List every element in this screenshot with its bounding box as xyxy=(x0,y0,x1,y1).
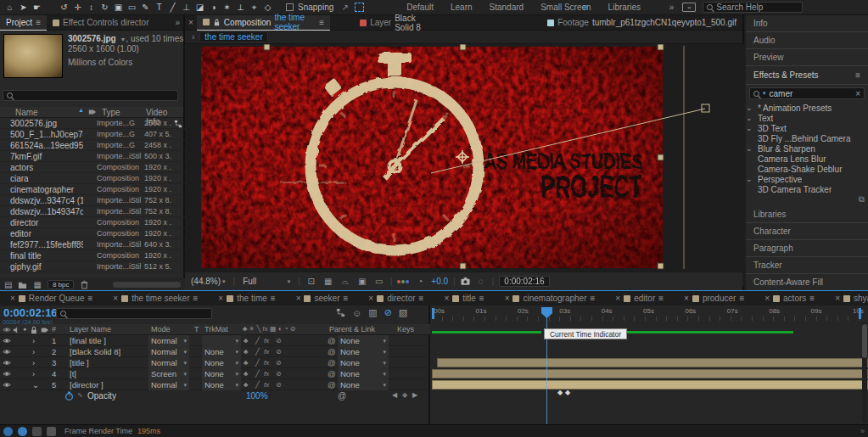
effect-label[interactable]: Camera Lens Blur xyxy=(758,154,826,164)
selection-tool[interactable]: ➤ xyxy=(17,2,30,14)
timeline-track-area[interactable]: :00s01s02s03s04s05s06s07s08s09s10s Curre… xyxy=(432,305,868,424)
new-animation-preset-icon[interactable]: ⧉ xyxy=(859,194,865,204)
collapsed-panel-tab[interactable]: Audio xyxy=(746,32,868,49)
panel-menu-icon[interactable]: ≡ xyxy=(479,294,484,303)
layer-bar-title[interactable] xyxy=(437,358,868,367)
project-row[interactable]: cinematographer Composition 1920 x . xyxy=(0,184,185,195)
motion-blur-icon[interactable]: ⊘ xyxy=(384,307,392,318)
item-name[interactable]: ddswzjv...9347c4 (1).gif xyxy=(10,196,83,205)
effect-label[interactable]: Blur & Sharpen xyxy=(758,144,815,154)
pan-camera-tool[interactable]: ✛ xyxy=(71,2,84,14)
property-label[interactable]: Opacity xyxy=(87,391,116,401)
motion-blur-switch[interactable]: ⊘ xyxy=(276,335,282,346)
used-in-flowchart-icon[interactable] xyxy=(174,120,182,128)
panel-menu-icon[interactable]: ≡ xyxy=(343,294,348,303)
project-row[interactable]: fef2977...15feebff891.gif Importe...iSti… xyxy=(0,239,185,250)
quality-switch[interactable]: ♣ xyxy=(244,357,248,368)
quality-switch[interactable]: ♣ xyxy=(244,346,248,357)
expand-tools-icon[interactable]: ↗ xyxy=(339,2,351,14)
preview-region-icon[interactable]: ▭ xyxy=(373,277,385,286)
column-trkmat[interactable]: TrkMat xyxy=(204,325,228,333)
label-square[interactable] xyxy=(87,197,93,204)
status-expand-icon[interactable]: » xyxy=(860,427,865,435)
time-ruler[interactable]: :00s01s02s03s04s05s06s07s08s09s10s xyxy=(432,307,864,321)
status-icon-3[interactable] xyxy=(32,427,42,436)
dolly-camera-tool[interactable]: ↕ xyxy=(85,2,98,14)
effects-tree-row[interactable]: ⌄ Blur & Sharpen xyxy=(746,143,868,154)
motion-blur-switch[interactable]: ⊘ xyxy=(276,368,282,379)
twirl-icon[interactable]: ⌄ xyxy=(746,144,753,153)
frame-blending-icon[interactable]: ▥ xyxy=(368,307,377,318)
label-column-icon[interactable] xyxy=(88,108,97,116)
hide-shy-layers-icon[interactable]: ☺ xyxy=(352,308,361,318)
project-row[interactable]: 3002576.jpg Importe...G 2560 x . xyxy=(0,118,185,129)
quality-sampling-switch[interactable]: ╱ xyxy=(255,379,260,390)
timeline-tab[interactable]: × Render Queue ≡ xyxy=(0,291,103,306)
close-tab-icon[interactable]: × xyxy=(113,294,118,303)
column-type[interactable]: Type xyxy=(102,108,120,117)
item-name[interactable]: ciara xyxy=(10,174,83,183)
label-square[interactable] xyxy=(87,142,93,148)
effect-label[interactable]: 3D Camera Tracker xyxy=(758,185,832,194)
blend-mode-dropdown[interactable]: Normal▾ xyxy=(148,379,189,390)
panel-menu-icon[interactable]: ≡ xyxy=(36,18,41,27)
clear-search-icon[interactable]: × xyxy=(855,89,860,98)
close-tab-icon[interactable]: × xyxy=(835,294,840,303)
workspace-tab[interactable]: Learn xyxy=(451,3,473,12)
blend-mode-dropdown[interactable]: Normal▾ xyxy=(148,346,189,357)
resolution-dropdown[interactable]: Full▾ xyxy=(240,276,293,288)
item-name[interactable]: ddswzjv...1b49347c4.gif xyxy=(10,207,83,216)
column-t[interactable]: T xyxy=(194,325,199,333)
effects-tree-row[interactable]: ⌄ Text xyxy=(746,113,868,123)
label-square[interactable] xyxy=(87,252,93,259)
fx-switch[interactable]: fx xyxy=(264,346,269,357)
collapsed-panel-tab[interactable]: Character xyxy=(746,223,868,240)
effects-search-field[interactable]: ▾ camer × xyxy=(749,87,865,99)
axis-local-tool[interactable]: ⟂ xyxy=(234,2,247,14)
project-row[interactable]: ddswzjv...9347c4 (1).gif Importe...iStil… xyxy=(0,195,185,206)
work-area-end-handle[interactable] xyxy=(859,308,861,319)
sort-ascending-icon[interactable]: ▲ xyxy=(78,107,84,113)
item-name[interactable]: fef2977...15feebff891.gif xyxy=(10,240,83,249)
eye-icon[interactable] xyxy=(3,359,11,367)
snap-region-icon[interactable] xyxy=(355,3,364,12)
label-square[interactable] xyxy=(87,131,93,137)
twirl-icon[interactable]: ⌄ xyxy=(746,104,753,112)
column-mode[interactable]: Mode xyxy=(151,325,171,333)
label-column-icon[interactable] xyxy=(41,326,49,334)
roto-brush-tool[interactable]: ◑ xyxy=(207,2,220,14)
tab-layer[interactable]: Layer Black Solid 8 xyxy=(354,14,440,32)
effects-tree-row[interactable]: Camera Lens Blur xyxy=(746,154,868,164)
parent-dropdown[interactable]: None▾ xyxy=(338,346,389,357)
label-square[interactable] xyxy=(87,241,93,248)
effect-label[interactable]: Camera-Shake Deblur xyxy=(758,165,843,174)
close-tab-icon[interactable]: × xyxy=(368,294,373,303)
solo-column-icon[interactable]: ● xyxy=(23,326,26,332)
trkmat-dropdown[interactable]: None▾ xyxy=(202,357,241,368)
label-square[interactable] xyxy=(87,208,93,215)
twirl-icon[interactable]: ⌄ xyxy=(746,175,753,183)
panel-menu-icon[interactable]: ≡ xyxy=(193,294,199,303)
blend-mode-dropdown[interactable]: Screen▾ xyxy=(148,368,189,379)
trkmat-dropdown[interactable]: None▾ xyxy=(202,379,241,390)
video-column-icon[interactable] xyxy=(3,326,11,334)
layer-bar-t[interactable] xyxy=(432,369,868,378)
region-of-interest-icon[interactable]: ▦ xyxy=(322,277,334,286)
effects-tree-row[interactable]: Camera-Shake Deblur xyxy=(746,164,868,174)
quality-sampling-switch[interactable]: ╱ xyxy=(255,346,260,357)
trkmat-dropdown[interactable]: None▾ xyxy=(202,346,241,357)
clone-stamp-tool[interactable]: ⊥ xyxy=(180,2,193,14)
snapping-checkbox[interactable] xyxy=(286,3,294,11)
panel-menu-icon[interactable]: ≡ xyxy=(319,18,324,27)
snapshot-icon[interactable] xyxy=(461,277,470,286)
eye-icon[interactable] xyxy=(3,370,11,378)
axis-world-tool[interactable]: ⌖ xyxy=(248,2,260,14)
eye-icon[interactable] xyxy=(3,337,11,345)
home-tool[interactable]: ⌂ xyxy=(3,2,16,14)
quality-sampling-switch[interactable]: ╱ xyxy=(255,335,260,346)
rotation-tool[interactable]: ↻ xyxy=(98,2,111,14)
more-tabs-icon[interactable]: » xyxy=(175,18,183,27)
parent-dropdown[interactable]: None▾ xyxy=(338,379,389,390)
effect-label[interactable]: Perspective xyxy=(758,175,802,184)
effect-label[interactable]: Text xyxy=(758,114,773,123)
